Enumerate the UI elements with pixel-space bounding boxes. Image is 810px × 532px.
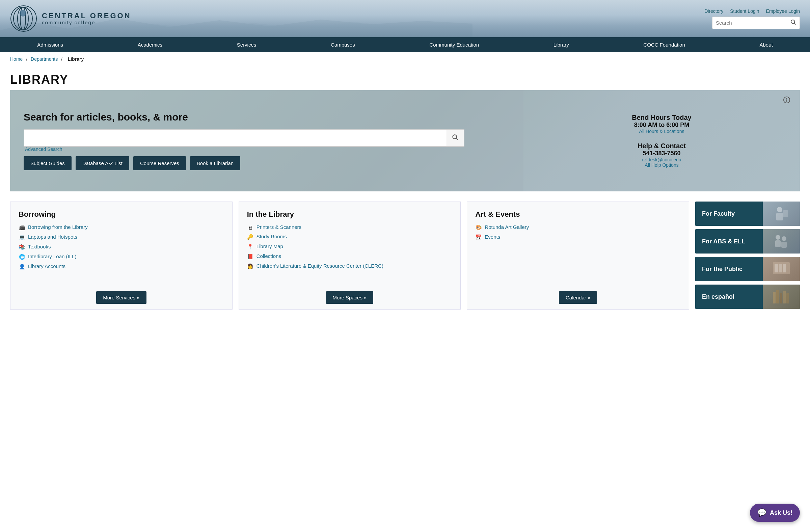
breadcrumb-current: Library: [68, 57, 84, 62]
svg-rect-16: [775, 240, 781, 247]
advanced-search-link[interactable]: Advanced Search: [23, 146, 62, 152]
svg-rect-22: [783, 264, 786, 272]
clerc-icon: 👩: [247, 263, 254, 269]
hero-buttons: Subject Guides Database A-Z List Course …: [23, 156, 513, 170]
study-rooms-icon: 🔑: [247, 234, 254, 240]
site-header: CENTRAL OREGON community college Directo…: [0, 0, 810, 37]
map-icon: 📍: [247, 244, 254, 250]
for-abs-ell-panel[interactable]: For ABS & ELL: [695, 229, 800, 254]
clerc-link[interactable]: Children's Literature & Equity Resource …: [257, 263, 384, 269]
college-name-sub: community college: [42, 20, 131, 26]
rotunda-gallery-link[interactable]: Rotunda Art Gallery: [485, 224, 529, 230]
svg-point-17: [782, 236, 787, 241]
library-accounts-link[interactable]: Library Accounts: [28, 263, 65, 269]
header-search-button[interactable]: [790, 19, 796, 27]
for-public-label: For the Public: [695, 266, 763, 273]
borrowing-list: 📠 Borrowing from the Library 💻 Laptops a…: [19, 224, 224, 273]
main-nav: Admissions Academics Services Campuses C…: [0, 37, 810, 52]
breadcrumb-departments[interactable]: Departments: [31, 57, 58, 62]
for-faculty-image: [763, 201, 800, 226]
list-item: 🎨 Rotunda Art Gallery: [475, 224, 681, 230]
book-librarian-button[interactable]: Book a Librarian: [190, 156, 240, 170]
in-library-title: In the Library: [247, 210, 453, 219]
textbooks-link[interactable]: Textbooks: [28, 244, 51, 249]
for-abs-ell-label: For ABS & ELL: [695, 238, 763, 245]
laptops-icon: 💻: [19, 234, 25, 240]
info-icon[interactable]: [783, 96, 790, 105]
for-faculty-panel[interactable]: For Faculty: [695, 201, 800, 226]
svg-rect-20: [775, 264, 778, 272]
art-events-list: 🎨 Rotunda Art Gallery 📅 Events: [475, 224, 681, 244]
collections-link[interactable]: Collections: [257, 253, 281, 259]
for-faculty-label: For Faculty: [695, 210, 763, 217]
textbooks-icon: 📚: [19, 244, 25, 250]
directory-link[interactable]: Directory: [704, 9, 723, 14]
list-item: 💻 Laptops and Hotspots: [19, 234, 224, 240]
svg-rect-21: [779, 264, 782, 272]
svg-rect-27: [787, 293, 789, 304]
nav-library[interactable]: Library: [547, 37, 575, 52]
ill-link[interactable]: Interlibrary Loan (ILL): [28, 254, 76, 259]
student-login-link[interactable]: Student Login: [730, 9, 759, 14]
hero-section: Search for articles, books, & more Advan…: [10, 90, 800, 191]
breadcrumb: Home / Departments / Library: [0, 52, 810, 66]
en-espanol-label: En español: [695, 293, 763, 301]
list-item: 📍 Library Map: [247, 243, 453, 250]
collections-icon: 📕: [247, 254, 254, 260]
art-events-card: Art & Events 🎨 Rotunda Art Gallery 📅 Eve…: [467, 201, 689, 309]
header-right: Directory Student Login Employee Login: [704, 9, 800, 29]
nav-admissions[interactable]: Admissions: [31, 37, 69, 52]
in-library-card: In the Library 🖨 Printers & Scanners 🔑 S…: [239, 201, 461, 309]
course-reserves-button[interactable]: Course Reserves: [133, 156, 186, 170]
svg-line-8: [456, 139, 458, 140]
svg-point-7: [453, 135, 457, 139]
top-links: Directory Student Login Employee Login: [704, 9, 800, 14]
nav-about[interactable]: About: [753, 37, 779, 52]
college-logo[interactable]: [10, 5, 37, 32]
calendar-button[interactable]: Calendar »: [559, 291, 597, 304]
svg-point-5: [791, 20, 795, 23]
accounts-icon: 👤: [19, 264, 25, 270]
list-item: 📅 Events: [475, 234, 681, 240]
logo-text[interactable]: CENTRAL OREGON community college: [42, 12, 131, 26]
svg-point-15: [776, 235, 780, 240]
study-rooms-link[interactable]: Study Rooms: [257, 233, 287, 239]
header-search-input[interactable]: [716, 20, 790, 26]
contact-email[interactable]: refdesk@cocc.edu: [534, 157, 790, 162]
all-help-link[interactable]: All Help Options: [534, 162, 790, 168]
breadcrumb-sep-2: /: [61, 57, 64, 62]
contact-phone: 541-383-7560: [534, 150, 790, 157]
for-public-panel[interactable]: For the Public: [695, 257, 800, 281]
borrowing-title: Borrowing: [19, 210, 224, 219]
nav-services[interactable]: Services: [231, 37, 263, 52]
nav-cocc-foundation[interactable]: COCC Foundation: [637, 37, 691, 52]
college-name-main: CENTRAL OREGON: [42, 12, 131, 20]
en-espanol-panel[interactable]: En español: [695, 285, 800, 309]
header-search-bar: [712, 17, 800, 29]
list-item: 👩 Children's Literature & Equity Resourc…: [247, 263, 453, 269]
svg-point-4: [20, 10, 26, 17]
contact-section: Help & Contact 541-383-7560 refdesk@cocc…: [534, 142, 790, 168]
nav-community-education[interactable]: Community Education: [423, 37, 485, 52]
breadcrumb-home[interactable]: Home: [10, 57, 22, 62]
hero-search-input[interactable]: [24, 131, 446, 145]
printers-scanners-link[interactable]: Printers & Scanners: [257, 224, 302, 230]
more-services-button[interactable]: More Services »: [96, 291, 146, 304]
svg-rect-23: [773, 292, 776, 304]
laptops-hotspots-link[interactable]: Laptops and Hotspots: [28, 234, 77, 240]
contact-title: Help & Contact: [534, 142, 790, 150]
more-spaces-button[interactable]: More Spaces »: [326, 291, 374, 304]
hero-search-button[interactable]: [446, 130, 464, 146]
en-espanol-image: [763, 285, 800, 309]
nav-academics[interactable]: Academics: [132, 37, 168, 52]
borrowing-from-library-link[interactable]: Borrowing from the Library: [28, 224, 88, 230]
employee-login-link[interactable]: Employee Login: [766, 9, 800, 14]
gallery-icon: 🎨: [475, 225, 482, 230]
database-az-button[interactable]: Database A-Z List: [76, 156, 129, 170]
breadcrumb-sep-1: /: [26, 57, 29, 62]
nav-campuses[interactable]: Campuses: [325, 37, 361, 52]
subject-guides-button[interactable]: Subject Guides: [23, 156, 71, 170]
library-map-link[interactable]: Library Map: [257, 243, 283, 249]
events-link[interactable]: Events: [485, 234, 500, 240]
all-hours-link[interactable]: All Hours & Locations: [534, 129, 790, 134]
